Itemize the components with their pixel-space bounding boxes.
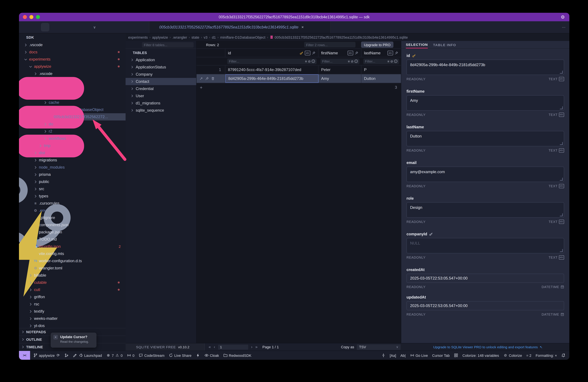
refresh-tables-icon[interactable]	[128, 43, 132, 47]
breadcrumb-item[interactable]: applywize	[152, 35, 168, 39]
close-window-button[interactable]	[23, 15, 27, 19]
cell-firstname[interactable]: Amy	[318, 74, 361, 83]
resize-grip[interactable]	[560, 142, 563, 145]
table-item-d1_migrations[interactable]: d1_migrations	[126, 99, 196, 107]
tree-item-dist[interactable]: dist	[19, 149, 126, 157]
table-item-application[interactable]: Application	[126, 56, 196, 64]
cell-id[interactable]: 8d42905a-299b-464e-849b-2181d5dd273b	[225, 74, 318, 83]
filter-info-icon[interactable]: !	[312, 60, 315, 63]
breadcrumb-item[interactable]: miniflare-D1DatabaseObject	[220, 35, 265, 39]
breadcrumb-item[interactable]: .wrangler	[172, 35, 187, 39]
search-icon[interactable]	[54, 24, 59, 30]
tree-item-workflows[interactable]: workflows	[19, 135, 126, 142]
breadcrumb-item[interactable]: experiments	[128, 35, 148, 39]
table-item-credential[interactable]: Credential	[126, 85, 196, 92]
editor-tab[interactable]: 005cb3d3133217f352562272facf516778925ea1…	[149, 21, 331, 33]
field-value-email[interactable]: amy@example.com	[406, 167, 564, 182]
tables-filter-input[interactable]: Filter 8 tables...	[142, 42, 194, 47]
table-item-company[interactable]: Company	[126, 71, 196, 78]
toggle-panel-icon[interactable]	[544, 15, 548, 19]
status-right-item-9[interactable]: Formatting: ×	[536, 353, 557, 357]
toast-close-icon[interactable]: ×	[53, 335, 58, 339]
field-value-id[interactable]: 8d42905a-299b-464e-849b-2181d5dd273b	[406, 60, 564, 75]
tree-item-cutl[interactable]: cutl	[19, 286, 126, 293]
status-left-item-0[interactable]: applywize⟳	[33, 353, 60, 358]
tree-item-docs[interactable]: docs	[19, 48, 126, 56]
status-right-item-5[interactable]	[454, 353, 458, 358]
status-right-item-3[interactable]: Go Live	[410, 353, 428, 358]
filter-not-icon[interactable]: ⊘	[308, 59, 311, 63]
trash-icon[interactable]	[211, 77, 215, 81]
remote-indicator[interactable]: ><	[19, 351, 30, 360]
status-left-item-7[interactable]	[196, 353, 200, 358]
copy-format-select[interactable]: TSV ∨	[357, 344, 401, 350]
prev-page-icon[interactable]: ‹	[214, 345, 215, 349]
tree-item--vscode[interactable]: .vscode	[19, 41, 126, 48]
table-item-user[interactable]: User	[126, 92, 196, 99]
tree-item-worker-configuration-d-ts[interactable]: TSworker-configuration.d.ts	[19, 257, 126, 265]
tree-item-migrations[interactable]: migrations	[19, 157, 126, 164]
tab-close-icon[interactable]: ×	[301, 25, 304, 29]
filter-info-icon[interactable]: !	[355, 60, 358, 63]
field-value-companyid[interactable]: NULL	[406, 238, 564, 253]
field-value-lastname[interactable]: Dutton	[406, 131, 564, 146]
field-value-createdat[interactable]: 2025-03-05T22:53:05.547+00:00	[406, 274, 564, 283]
cell-lastname[interactable]: Dutton	[361, 74, 401, 83]
tab-table-info[interactable]: TABLE INFO	[433, 41, 456, 48]
workspace-root[interactable]: SDK	[19, 33, 126, 41]
tree-item-do[interactable]: do	[19, 120, 126, 128]
resize-grip[interactable]	[560, 70, 563, 74]
tree-item-wrangler-toml[interactable]: ⚙wrangler.toml	[19, 265, 126, 272]
status-right-item-2[interactable]: Ab|	[400, 353, 406, 357]
status-right-item-10[interactable]	[561, 353, 566, 358]
filter-mode-icon[interactable]: ≡	[348, 59, 350, 63]
add-table-icon[interactable]	[135, 43, 139, 47]
resize-grip[interactable]	[560, 178, 563, 181]
tree-item-r2[interactable]: r2	[19, 128, 126, 135]
first-page-icon[interactable]: «	[209, 345, 211, 349]
breadcrumb-item[interactable]: state	[191, 35, 199, 39]
next-page-icon[interactable]: ›	[251, 345, 252, 349]
pin-icon[interactable]	[355, 51, 358, 55]
tab-selection[interactable]: SELECTION	[406, 41, 428, 48]
column-header-firstname[interactable]: firstNameabc	[318, 49, 361, 57]
status-left-item-8[interactable]: Cloak	[204, 353, 219, 358]
cell-lastname[interactable]: P	[361, 66, 401, 74]
status-left-item-1[interactable]	[64, 353, 69, 358]
resize-grip[interactable]	[560, 213, 563, 216]
resize-grip[interactable]	[560, 249, 563, 252]
pin-icon[interactable]	[312, 51, 315, 55]
table-item-contact[interactable]: Contact	[126, 78, 196, 85]
filter-mode-icon[interactable]: ≡	[305, 59, 307, 63]
panel-split-icon[interactable]	[561, 43, 566, 47]
status-left-item-6[interactable]: Live Share	[169, 353, 191, 358]
status-left-item-2[interactable]: Launchpad	[73, 353, 102, 358]
page-number-input[interactable]: 1	[218, 344, 248, 349]
pin-icon[interactable]	[394, 51, 398, 55]
toggle-sidebar-icon[interactable]	[536, 15, 540, 19]
upgrade-to-pro-button[interactable]: Upgrade to PRO	[361, 42, 393, 48]
extensions-icon[interactable]	[74, 24, 79, 30]
column-filter-input[interactable]: Filter...≡⊘!	[227, 58, 316, 64]
tree-item-005cb3d3133217f352562272-[interactable]: 005cb3d3133217f352562272...	[19, 113, 126, 120]
tree-item-billable[interactable]: billable	[19, 272, 126, 279]
breadcrumb-item[interactable]: d1	[212, 35, 216, 39]
status-right-item-7[interactable]: ⊘Colorize	[503, 353, 522, 358]
tree-item-yt-dos[interactable]: yt-dos	[19, 322, 126, 328]
remote-explorer-icon[interactable]	[84, 24, 89, 30]
field-value-updatedat[interactable]: 2025-03-05T22:53:05.547+00:00	[406, 301, 564, 310]
split-editor-icon[interactable]	[553, 25, 558, 29]
toggle-secondary-sidebar-icon[interactable]	[552, 15, 557, 19]
source-control-icon[interactable]	[64, 24, 69, 30]
clear-filters-icon[interactable]	[200, 43, 204, 47]
pin-icon[interactable]	[205, 77, 209, 81]
table-row[interactable]: ↗8d42905a-299b-464e-849b-2181d5dd273bAmy…	[197, 74, 401, 83]
column-filter-input[interactable]: Filter...≡⊘!	[320, 58, 359, 64]
status-right-item-4[interactable]: Cursor Tab	[432, 353, 450, 357]
filter-not-icon[interactable]: ⊘	[351, 59, 354, 63]
tree-item-weeks-matter[interactable]: weeks-matter	[19, 315, 126, 322]
open-arrow-icon[interactable]: ↗	[199, 77, 203, 81]
filter-info-icon[interactable]: !	[394, 60, 397, 63]
status-right-item-1[interactable]: [Aa]	[390, 353, 396, 357]
filter-mode-icon[interactable]: ≡	[388, 59, 390, 63]
